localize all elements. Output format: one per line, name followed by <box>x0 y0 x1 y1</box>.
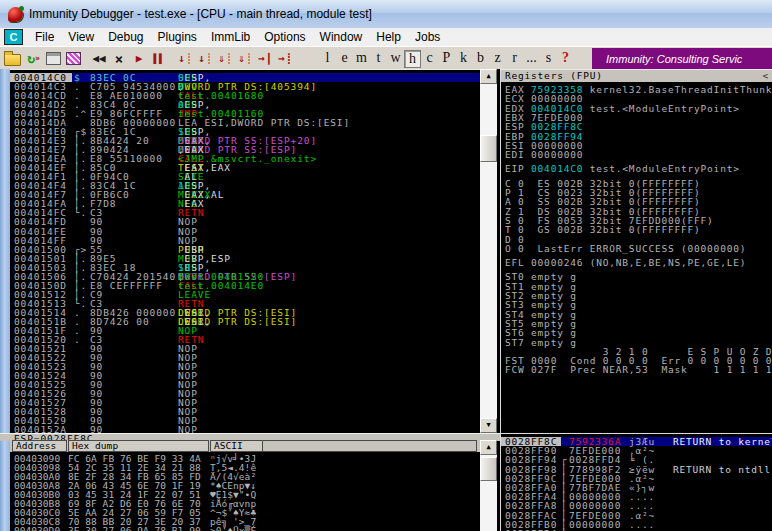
register-line[interactable]: EIP 004014C0 test.<ModuleEntryPoint> <box>501 164 772 173</box>
view-button-e[interactable]: e <box>336 50 353 68</box>
dump-row[interactable]: 004030D03E 30 27 06 9A 78 B1 90>0'♠Üx▒É <box>10 526 480 531</box>
disasm-row[interactable]: 0040152290NOP <box>10 353 480 362</box>
menu-debug[interactable]: Debug <box>101 29 150 45</box>
run-button[interactable]: ▶ <box>131 50 147 68</box>
view-button-m[interactable]: m <box>353 50 370 68</box>
view-button-?[interactable]: ? <box>557 50 574 68</box>
view-button-c[interactable]: c <box>421 50 438 68</box>
restart-button[interactable]: ↻» <box>25 50 41 68</box>
disassembly-scrollbar[interactable]: ▲ ▼ <box>480 69 497 433</box>
disasm-row[interactable]: 004014FE90NOP <box>10 227 480 236</box>
step-backward-button[interactable]: ◀◀ <box>91 50 107 68</box>
dump-hex: 3E 30 27 06 9A 78 B1 90 <box>68 526 201 531</box>
disassembly-pane[interactable]: 004014C0$83EC 0CSUB ESP,0C004014C3.C705 … <box>10 69 480 434</box>
title-bar[interactable]: Immunity Debugger - test.exe - [CPU - ma… <box>0 0 772 29</box>
collapse-registers-button[interactable]: < <box>762 70 769 82</box>
view-button-z[interactable]: z <box>489 50 506 68</box>
disasm-row[interactable]: 0040152890NOP <box>10 407 480 416</box>
menu-options[interactable]: Options <box>257 29 312 45</box>
stack-ascii: .... <box>629 520 655 529</box>
patch-window-button[interactable] <box>65 50 81 68</box>
disasm-row[interactable]: 0040152490NOP <box>10 371 480 380</box>
menu-plugins[interactable]: Plugins <box>151 29 204 45</box>
step-dots-icon: ┊ <box>206 53 212 64</box>
folder-icon <box>4 54 21 66</box>
register-line[interactable]: FCW 027F Prec NEAR,53 Mask 1 1 1 1 1 1 <box>501 365 772 374</box>
disasm-bytes: 90 <box>90 236 176 245</box>
menu-help[interactable]: Help <box>369 29 408 45</box>
disasm-bytes: 90 <box>90 227 176 236</box>
stack-pane[interactable]: 0028FF8C7592336Aj3ÆuRETURN to kernel32.7… <box>500 433 772 531</box>
windows-button[interactable] <box>45 50 61 68</box>
registers-title: Registers (FPU) <box>505 70 603 81</box>
view-button-w[interactable]: w <box>387 50 404 68</box>
execute-till-return-button[interactable]: →┃ <box>257 50 273 68</box>
run-to-user-code-button[interactable]: →┋ <box>277 50 293 68</box>
step-over-button[interactable]: ↓┊ <box>197 50 213 68</box>
disasm-row[interactable]: 004014FD90NOP <box>10 217 480 226</box>
disasm-row[interactable]: 0040152790NOP <box>10 398 480 407</box>
close-program-button[interactable]: × <box>111 50 127 68</box>
dump-header-hex[interactable]: Hex dump <box>68 440 209 452</box>
step-into-button[interactable]: ↓┊ <box>177 50 193 68</box>
menu-window[interactable]: Window <box>313 29 370 45</box>
register-line[interactable]: EDI 00000000 <box>501 150 772 159</box>
register-line[interactable]: T 0 GS 002B 32bit 0(FFFFFFFF) <box>501 225 772 234</box>
memory-dump-pane[interactable]: Address Hex dump ASCII 00403090FC 6A FB … <box>10 440 480 531</box>
stack-comment: RETURN to ntdll.77899 <box>673 465 772 474</box>
registers-pane[interactable]: Registers (FPU) < EAX 75923358 kernel32.… <box>500 69 772 434</box>
disasm-row[interactable]: 00401520.C3RETN <box>10 335 480 344</box>
disasm-bytes: 55 <box>90 245 176 254</box>
dump-header-rest <box>262 440 477 452</box>
scroll-thumb[interactable] <box>480 457 497 481</box>
scroll-down-button[interactable]: ▼ <box>480 418 497 433</box>
register-line[interactable]: EFL 00000246 (NO,NB,E,BE,NS,PE,GE,LE) <box>501 258 772 267</box>
view-button-l[interactable]: l <box>319 50 336 68</box>
menu-jobs[interactable]: Jobs <box>408 29 447 45</box>
dump-header-ascii[interactable]: ASCII <box>210 440 263 452</box>
view-button-P[interactable]: P <box>438 50 455 68</box>
scroll-thumb[interactable] <box>480 135 497 162</box>
disasm-bytes: 85C0 <box>90 163 176 172</box>
disasm-flags: .^ <box>74 109 87 118</box>
disasm-bytes: 0FB6C0 <box>90 190 176 199</box>
open-file-button[interactable] <box>4 50 21 68</box>
disasm-row[interactable]: 0040152990NOP <box>10 416 480 425</box>
restart-chevrons-icon: » <box>35 54 39 63</box>
dump-scrollbar[interactable]: ▲ <box>480 440 497 531</box>
disasm-row[interactable]: 0040152390NOP <box>10 362 480 371</box>
scroll-up-button[interactable]: ▲ <box>480 69 497 84</box>
disasm-bytes: C9 <box>90 290 176 299</box>
disasm-bytes: C70424 201540 <box>90 272 176 281</box>
menu-view[interactable]: View <box>61 29 101 45</box>
disasm-row[interactable]: 0040152690NOP <box>10 389 480 398</box>
view-button-t[interactable]: t <box>370 50 387 68</box>
menu-immlib[interactable]: ImmLib <box>204 29 257 45</box>
view-button-b[interactable]: b <box>472 50 489 68</box>
immunity-banner[interactable]: Immunity: Consulting Servic <box>592 48 772 69</box>
disasm-row[interactable]: 0040152590NOP <box>10 380 480 389</box>
disasm-row[interactable]: 004014FC└.C3RETN <box>10 208 480 217</box>
view-button-...[interactable]: ... <box>523 50 540 68</box>
view-button-k[interactable]: k <box>455 50 472 68</box>
scroll-up-button[interactable]: ▲ <box>480 440 497 455</box>
disasm-row[interactable]: 0040152190NOP <box>10 344 480 353</box>
disasm-bytes: 90 <box>90 380 176 389</box>
pause-button[interactable]: ▌▌ <box>151 50 167 68</box>
dump-header-address[interactable]: Address <box>12 440 67 452</box>
cpu-window-system-icon[interactable]: C <box>4 29 23 45</box>
menu-file[interactable]: File <box>28 29 61 45</box>
animate-over-button[interactable]: ⇓┊ <box>237 50 253 68</box>
disasm-bytes: 90 <box>90 362 176 371</box>
toolbar: ↻» ◀◀ × ▶ ▌▌ ↓┊ ↓┊ ⇓┊ ⇓┊ →┃ →┋ lemtwhcPk… <box>0 46 772 71</box>
disasm-bytes: C3 <box>90 335 176 344</box>
register-line[interactable]: O 0 LastErr ERROR_SUCCESS (00000000) <box>501 244 772 253</box>
disasm-bytes: E8 CEFFFFFF <box>90 281 176 290</box>
view-button-s[interactable]: s <box>540 50 557 68</box>
animate-into-button[interactable]: ⇓┊ <box>217 50 233 68</box>
view-button-h[interactable]: h <box>404 50 421 68</box>
disasm-bytes: F7D8 <box>90 199 176 208</box>
banner-text: Immunity: Consulting Servic <box>606 53 742 65</box>
view-button-r[interactable]: r <box>506 50 523 68</box>
window-title: Immunity Debugger - test.exe - [CPU - ma… <box>29 7 372 21</box>
